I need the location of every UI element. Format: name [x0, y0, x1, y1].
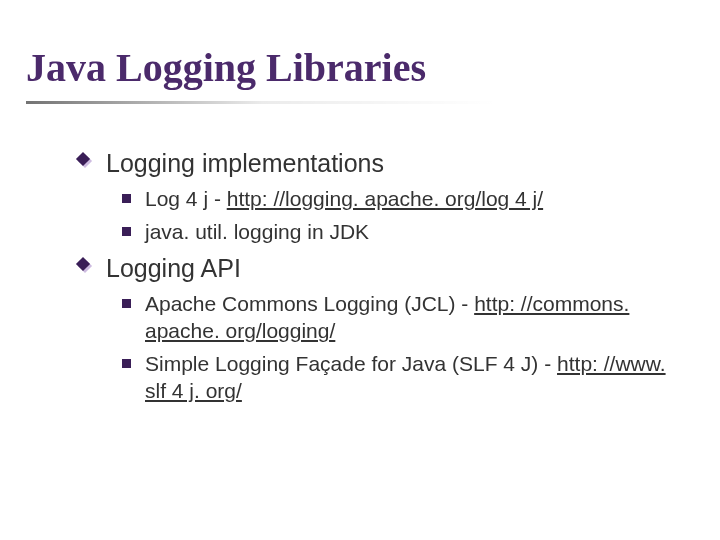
- title-underline-shadow: [26, 101, 700, 104]
- section-heading-text: Logging implementations: [106, 148, 384, 179]
- square-bullet-icon: [122, 359, 131, 368]
- slide: Java Logging Libraries Logging implement…: [0, 0, 720, 540]
- item-prefix: Apache Commons Logging (JCL) -: [145, 292, 474, 315]
- square-bullet-icon: [122, 299, 131, 308]
- section-heading: Logging API: [78, 253, 680, 284]
- item-prefix: Log 4 j -: [145, 187, 227, 210]
- title-area: Java Logging Libraries: [0, 0, 720, 112]
- section-heading: Logging implementations: [78, 148, 680, 179]
- list-item-text: Log 4 j - http: //logging. apache. org/l…: [145, 185, 543, 212]
- item-prefix: Simple Logging Façade for Java (SLF 4 J)…: [145, 352, 557, 375]
- list-item: Simple Logging Façade for Java (SLF 4 J)…: [122, 350, 680, 405]
- slide-title: Java Logging Libraries: [26, 44, 700, 97]
- list-item: Log 4 j - http: //logging. apache. org/l…: [122, 185, 680, 212]
- list-item-text: Simple Logging Façade for Java (SLF 4 J)…: [145, 350, 680, 405]
- section-heading-text: Logging API: [106, 253, 241, 284]
- item-prefix: java. util. logging in JDK: [145, 220, 369, 243]
- list-item-text: Apache Commons Logging (JCL) - http: //c…: [145, 290, 680, 345]
- square-bullet-icon: [122, 194, 131, 203]
- list-item-text: java. util. logging in JDK: [145, 218, 369, 245]
- list-item: java. util. logging in JDK: [122, 218, 680, 245]
- item-link[interactable]: http: //logging. apache. org/log 4 j/: [227, 187, 543, 210]
- diamond-bullet-icon: [78, 259, 94, 275]
- square-bullet-icon: [122, 227, 131, 236]
- slide-body: Logging implementations Log 4 j - http: …: [0, 112, 720, 404]
- list-item: Apache Commons Logging (JCL) - http: //c…: [122, 290, 680, 345]
- diamond-bullet-icon: [78, 154, 94, 170]
